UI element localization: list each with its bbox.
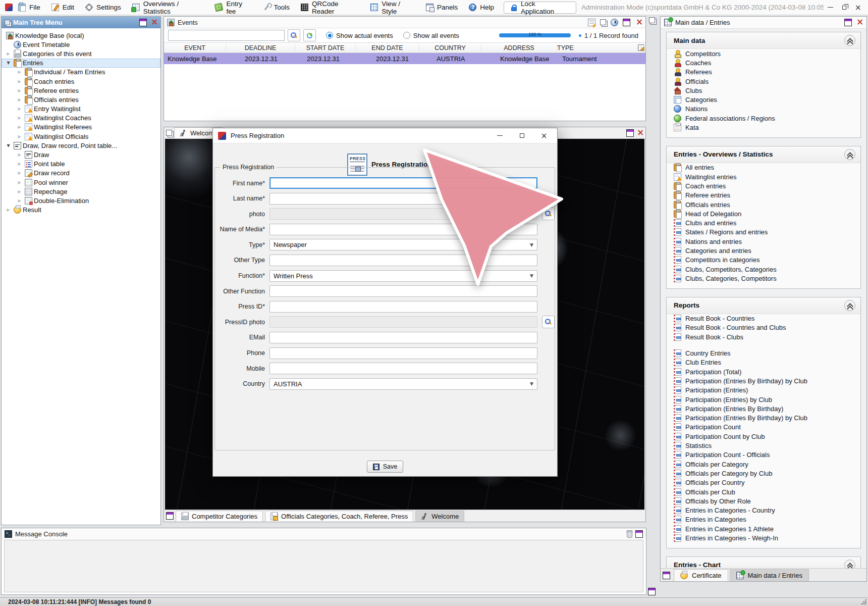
radio-show-actual-events[interactable]: Show actual events <box>326 32 393 39</box>
expand-arrow-icon[interactable] <box>16 134 23 139</box>
tree-item[interactable]: Officials entries <box>2 95 160 104</box>
browse-photo-button[interactable] <box>542 316 555 328</box>
section-item[interactable]: Participation Count <box>667 423 860 432</box>
column-header[interactable]: START DATE <box>295 44 356 52</box>
menu-item[interactable]: File <box>13 0 46 15</box>
maximize-icon[interactable] <box>626 129 634 137</box>
restore-panel-icon[interactable] <box>648 588 656 595</box>
field-input[interactable]: ▼ <box>269 208 537 220</box>
field-input[interactable]: ▼ <box>269 363 537 374</box>
center-bottom-tab[interactable]: Competitor Categories <box>176 511 263 522</box>
column-header[interactable]: TYPE <box>557 44 574 52</box>
lock-application-button[interactable]: Lock Application <box>504 2 576 14</box>
tree-item[interactable]: Waitinglist Officials <box>2 132 160 141</box>
close-icon[interactable] <box>855 19 863 26</box>
right-panel-tab[interactable]: Main data / Entries <box>730 569 809 581</box>
section-item[interactable]: Participation (Entries) by Club <box>667 395 860 404</box>
center-bottom-tab[interactable]: Officials Categories, Coach, Referee, Pr… <box>265 511 413 522</box>
section-header[interactable]: Entries - Overviews / Statistics <box>667 146 860 163</box>
section-item[interactable]: Entries in Categories 1 Athlete <box>667 524 860 533</box>
field-input[interactable]: Written Press ▼ <box>269 270 537 282</box>
event-row[interactable]: Knowledge Base2023.12.312023.12.312023.1… <box>164 53 645 64</box>
restore-panel-icon[interactable] <box>166 512 174 520</box>
expand-arrow-icon[interactable] <box>5 52 12 56</box>
dropdown-arrow-icon[interactable]: ▼ <box>530 381 533 386</box>
section-item[interactable]: Categories <box>667 95 860 104</box>
section-item[interactable]: Kata <box>667 123 860 132</box>
maximize-icon[interactable] <box>623 19 630 26</box>
section-item[interactable]: States / Regions and entries <box>667 228 860 237</box>
field-input[interactable]: ▼ <box>269 332 537 343</box>
menu-item[interactable]: Edit <box>46 0 80 15</box>
resize-grip[interactable] <box>861 599 866 604</box>
section-item[interactable]: Officials <box>667 77 860 86</box>
section-item[interactable]: Participation (Entries By Birthday) by C… <box>667 376 860 385</box>
expand-arrow-icon[interactable] <box>16 153 23 157</box>
expand-arrow-icon[interactable] <box>16 88 23 93</box>
tree-item[interactable]: Draw <box>2 150 160 159</box>
expand-arrow-icon[interactable] <box>16 198 23 203</box>
section-item[interactable]: Participation (Entries) <box>667 386 860 395</box>
column-header[interactable]: EVENT <box>164 44 226 52</box>
window-minimize-button[interactable] <box>824 3 837 13</box>
expand-arrow-icon[interactable] <box>5 61 12 65</box>
field-input[interactable]: ▼ <box>269 347 537 359</box>
section-item[interactable]: Entries in Categories - Weigh-In <box>667 533 860 542</box>
section-item[interactable]: Participation (Entries By Birthday) <box>667 404 860 413</box>
dropdown-arrow-icon[interactable]: ▼ <box>530 242 533 247</box>
section-item[interactable]: Country Entries <box>667 348 860 358</box>
maximize-icon[interactable] <box>139 19 147 26</box>
expand-arrow-icon[interactable] <box>16 70 23 74</box>
column-header[interactable]: COUNTRY <box>419 44 481 52</box>
section-item[interactable]: Club Entries <box>667 358 860 367</box>
section-item[interactable]: Entries in Categories <box>667 515 860 524</box>
dialog-close-button[interactable]: × <box>537 131 551 141</box>
section-item[interactable]: Statistics <box>667 441 860 450</box>
collapse-chevron-icon[interactable] <box>844 560 855 568</box>
collapse-chevron-icon[interactable] <box>844 300 855 311</box>
browse-photo-button[interactable] <box>542 208 555 220</box>
expand-arrow-icon[interactable] <box>16 97 23 102</box>
window-restore-button[interactable] <box>837 3 851 13</box>
tree-item[interactable]: Categories of this event <box>2 49 160 58</box>
section-item[interactable]: Officials per Country <box>667 478 860 487</box>
tree-item[interactable]: Referee entries <box>2 86 160 95</box>
tree-item[interactable]: Entries <box>2 59 160 68</box>
section-item[interactable]: Clubs, Categories, Competitors <box>667 274 860 283</box>
section-item[interactable]: Officials per Category <box>667 460 860 469</box>
section-item[interactable]: Participation (Entries By Birthday) by C… <box>667 414 860 423</box>
section-item[interactable]: Result Book - Countries and Clubs <box>667 323 860 332</box>
section-item[interactable]: Participation (Total) <box>667 367 860 376</box>
menu-item[interactable]: QRCode Reader <box>295 0 365 15</box>
section-header[interactable]: Reports <box>667 297 860 314</box>
tree-item[interactable]: Repechage <box>2 187 160 196</box>
field-input[interactable]: ▼ <box>269 255 537 266</box>
close-icon[interactable] <box>635 19 642 26</box>
column-chooser-icon[interactable] <box>638 44 644 51</box>
menu-item[interactable]: Entry fee <box>209 0 257 15</box>
tree-item[interactable]: Draw record <box>2 169 160 178</box>
tree-item[interactable]: Waitinglist Referees <box>2 123 160 132</box>
expand-arrow-icon[interactable] <box>16 125 23 129</box>
tree-item[interactable]: Knowledge Base (local) <box>2 31 160 40</box>
section-item[interactable]: Clubs, Competitors, Categories <box>667 265 860 274</box>
section-header[interactable]: Main data <box>667 32 860 49</box>
section-item[interactable]: Clubs <box>667 86 860 95</box>
tree-item[interactable]: Draw, Draw record, Point table... <box>2 141 160 150</box>
tree-item[interactable]: Individual / Team Entries <box>2 68 160 77</box>
section-item[interactable]: Officials entries <box>667 200 860 209</box>
history-icon[interactable] <box>611 19 618 26</box>
tree-item[interactable]: Point table <box>2 160 160 169</box>
section-item[interactable]: Result Book - Clubs <box>667 332 860 341</box>
section-item[interactable]: Nations <box>667 105 860 114</box>
field-input[interactable]: ▼ <box>269 301 537 313</box>
section-item[interactable]: Referees <box>667 68 860 77</box>
close-icon[interactable] <box>636 129 643 137</box>
field-input[interactable]: Newspaper ▼ <box>269 239 537 250</box>
section-item[interactable]: Head of Delegation <box>667 209 860 218</box>
tree-item[interactable]: Waitinglist Coaches <box>2 114 160 123</box>
restore-panel-icon[interactable] <box>663 572 670 579</box>
menu-item[interactable]: Tools <box>257 0 296 15</box>
expand-arrow-icon[interactable] <box>16 189 23 194</box>
tree-item[interactable]: Double-Elimination <box>2 196 160 205</box>
